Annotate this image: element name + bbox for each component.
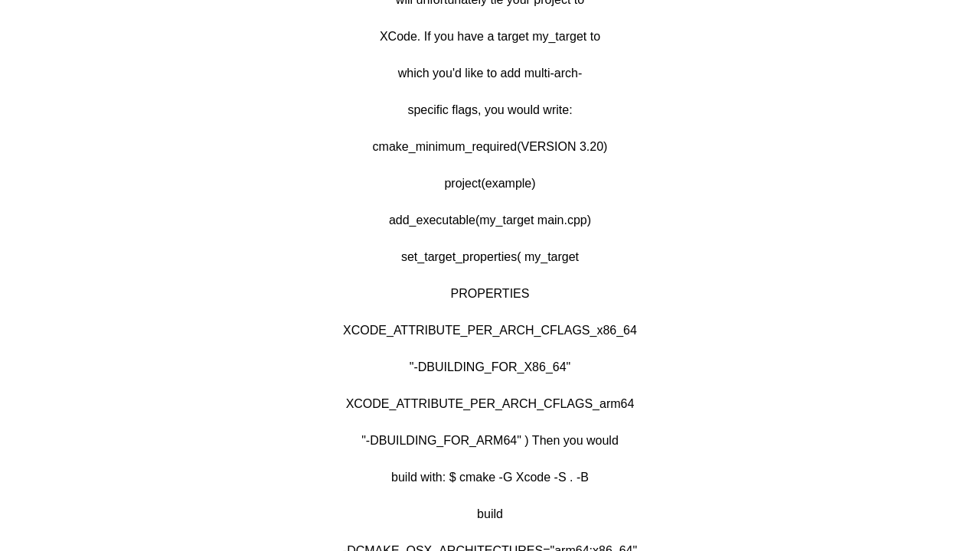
line-11: PROPERTIES <box>343 285 637 303</box>
line-6: specific flags, you would write: <box>343 101 637 119</box>
line-5: which you'd like to add multi-arch- <box>343 64 637 83</box>
line-4: XCode. If you have a target my_target to <box>343 28 637 46</box>
line-17: build <box>343 505 637 523</box>
line-15: "-DBUILDING_FOR_ARM64" ) Then you would <box>343 432 637 450</box>
line-14: XCODE_ATTRIBUTE_PER_ARCH_CFLAGS_arm64 <box>343 395 637 413</box>
line-12: XCODE_ATTRIBUTE_PER_ARCH_CFLAGS_x86_64 <box>343 321 637 340</box>
line-10: set_target_properties( my_target <box>343 248 637 266</box>
line-16: build with: $ cmake -G Xcode -S . -B <box>343 468 637 487</box>
line-8: project(example) <box>343 174 637 193</box>
main-content: You can do this via the XCODE_ATTRIBUTE_… <box>343 0 637 551</box>
line-13: "-DBUILDING_FOR_X86_64" <box>343 358 637 377</box>
line-3: will unfortunately tie your project to <box>343 0 637 9</box>
line-18: -DCMAKE_OSX_ARCHITECTURES="arm64;x86_64" <box>343 542 637 551</box>
line-7: cmake_minimum_required(VERSION 3.20) <box>343 138 637 156</box>
line-9: add_executable(my_target main.cpp) <box>343 211 637 230</box>
